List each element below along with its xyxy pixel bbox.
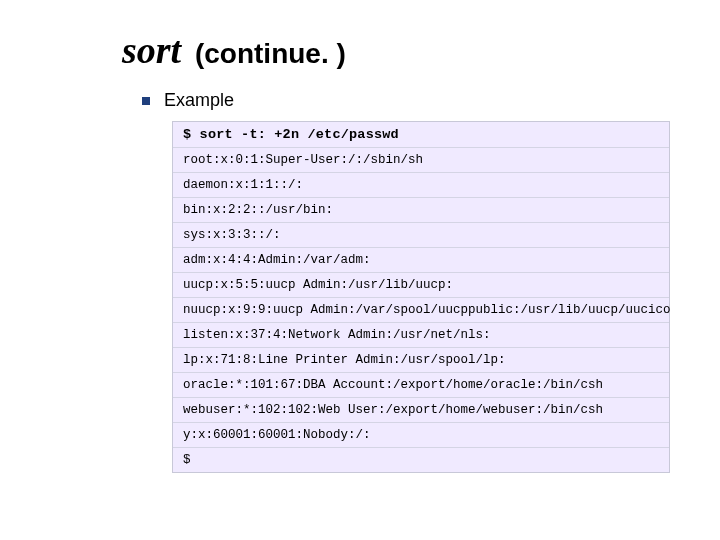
- bullet-label: Example: [164, 90, 234, 111]
- code-line: uucp:x:5:5:uucp Admin:/usr/lib/uucp:: [173, 273, 669, 298]
- code-line: $ sort -t: +2n /etc/passwd: [173, 122, 669, 148]
- code-line: adm:x:4:4:Admin:/var/adm:: [173, 248, 669, 273]
- code-line: y:x:60001:60001:Nobody:/:: [173, 423, 669, 448]
- code-line: sys:x:3:3::/:: [173, 223, 669, 248]
- code-line: root:x:0:1:Super-User:/:/sbin/sh: [173, 148, 669, 173]
- code-line: webuser:*:102:102:Web User:/export/home/…: [173, 398, 669, 423]
- slide-title: sort (continue. ): [122, 28, 680, 72]
- title-command: sort: [122, 29, 181, 71]
- slide-body: Example $ sort -t: +2n /etc/passwd root:…: [142, 90, 680, 473]
- title-suffix: (continue. ): [187, 38, 346, 69]
- bullet-icon: [142, 97, 150, 105]
- code-line: bin:x:2:2::/usr/bin:: [173, 198, 669, 223]
- code-line: $: [173, 448, 669, 472]
- code-line: daemon:x:1:1::/:: [173, 173, 669, 198]
- code-line: listen:x:37:4:Network Admin:/usr/net/nls…: [173, 323, 669, 348]
- bullet-row: Example: [142, 90, 680, 111]
- code-line: nuucp:x:9:9:uucp Admin:/var/spool/uucppu…: [173, 298, 669, 323]
- code-line: lp:x:71:8:Line Printer Admin:/usr/spool/…: [173, 348, 669, 373]
- slide: sort (continue. ) Example $ sort -t: +2n…: [0, 0, 720, 540]
- code-line: oracle:*:101:67:DBA Account:/export/home…: [173, 373, 669, 398]
- code-block: $ sort -t: +2n /etc/passwd root:x:0:1:Su…: [172, 121, 670, 473]
